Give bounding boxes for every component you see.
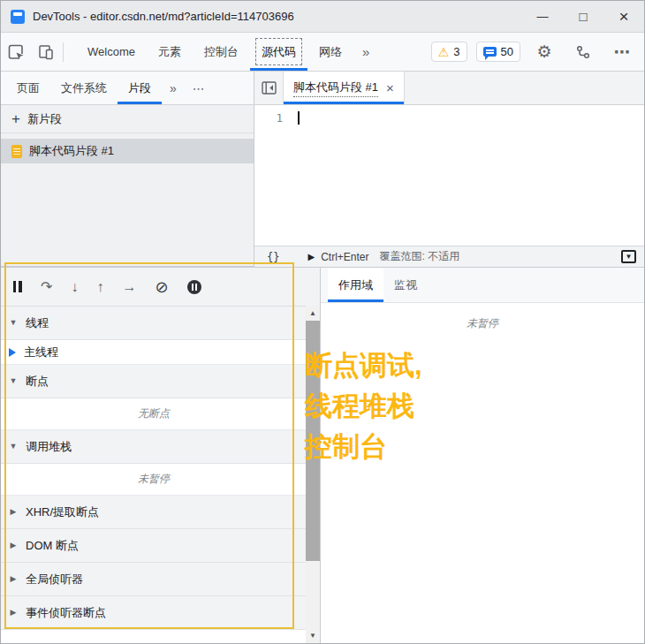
collapse-sidebar-icon[interactable]	[254, 72, 283, 104]
step-icon[interactable]: →	[122, 280, 136, 294]
snippet-list-item[interactable]: 脚本代码片段 #1	[1, 139, 254, 163]
overflow-menu-icon[interactable]: ⋯	[607, 44, 637, 60]
scroll-up-icon[interactable]: ▲	[306, 307, 320, 320]
more-nav-tabs-icon[interactable]: »	[162, 72, 185, 104]
scope-watch-tabs: 作用域 监视	[321, 268, 644, 303]
step-into-icon[interactable]: ↓	[71, 280, 78, 294]
main-thread-row[interactable]: 主线程	[1, 340, 307, 365]
snippet-file-icon	[11, 145, 22, 158]
expand-arrow-icon: ▶	[9, 508, 18, 516]
debugger-pane: ↷ ↓ ↑ → ⊘ ▼ 线程 主线程 ▼ 断点 无断点 ▼ 调用堆栈 未暂停 ▶…	[1, 267, 321, 643]
message-bubble-icon	[483, 47, 497, 57]
callstack-section-header[interactable]: ▼ 调用堆栈	[1, 430, 307, 464]
event-listener-breakpoints-section-header[interactable]: ▶ 事件侦听器断点	[1, 596, 307, 630]
deactivate-breakpoints-icon[interactable]: ⊘	[155, 279, 168, 295]
window-title: DevTools - editor.csdn.net/md?articleId=…	[33, 10, 294, 23]
toolbar-right: ⚠ 3 50 ⚙ ⋯	[431, 33, 644, 71]
step-over-icon[interactable]: ↷	[41, 280, 52, 294]
breakpoints-label: 断点	[26, 374, 49, 390]
connections-icon[interactable]	[568, 44, 598, 60]
expand-arrow-icon: ▶	[9, 609, 18, 617]
scrollbar-thumb[interactable]	[306, 321, 320, 561]
line-number-gutter: 1	[254, 105, 292, 246]
new-snippet-label: 新片段	[27, 111, 62, 127]
execution-arrow-icon	[9, 348, 16, 357]
pause-on-exceptions-icon[interactable]	[187, 280, 201, 294]
tab-close-icon[interactable]: ×	[386, 80, 394, 95]
tab-watch[interactable]: 监视	[383, 268, 428, 302]
main-thread-label: 主线程	[24, 345, 58, 360]
maximize-button[interactable]: □	[563, 1, 603, 32]
window-controls: — □ ×	[522, 1, 644, 32]
event-listener-breakpoints-label: 事件侦听器断点	[26, 605, 106, 621]
collapse-arrow-icon: ▼	[9, 319, 18, 327]
tab-snippets[interactable]: 片段	[118, 72, 162, 104]
line-number: 1	[276, 111, 283, 125]
threads-section-header[interactable]: ▼ 线程	[1, 307, 307, 340]
tab-filesystem[interactable]: 文件系统	[50, 72, 118, 104]
tab-console[interactable]: 控制台	[193, 33, 250, 71]
inspect-icon[interactable]	[1, 33, 31, 71]
devtools-app-icon	[11, 10, 25, 24]
run-shortcut-label: Ctrl+Enter	[321, 251, 368, 263]
collapse-arrow-icon: ▼	[9, 443, 18, 451]
scroll-down-icon[interactable]: ▼	[306, 629, 320, 642]
global-listeners-section-header[interactable]: ▶ 全局侦听器	[1, 563, 307, 596]
warning-icon: ⚠	[438, 46, 450, 58]
warning-count: 3	[453, 45, 459, 58]
devtools-window: DevTools - editor.csdn.net/md?articleId=…	[0, 0, 645, 644]
collapse-arrow-icon: ▼	[9, 377, 18, 385]
tab-scope[interactable]: 作用域	[328, 268, 383, 302]
breakpoints-section-header[interactable]: ▼ 断点	[1, 365, 307, 398]
threads-label: 线程	[26, 315, 49, 331]
tab-network[interactable]: 网络	[307, 33, 353, 71]
tab-elements[interactable]: 元素	[147, 33, 193, 71]
debugger-toolbar: ↷ ↓ ↑ → ⊘	[1, 268, 320, 307]
expand-arrow-icon: ▶	[9, 542, 18, 549]
scope-watch-pane: 作用域 监视 未暂停	[321, 267, 644, 643]
minimize-button[interactable]: —	[522, 1, 563, 32]
snippet-name: 脚本代码片段 #1	[29, 143, 114, 159]
vertical-scrollbar[interactable]: ▲ ▼	[306, 306, 320, 643]
tab-welcome[interactable]: Welcome	[76, 33, 147, 71]
drawer-toggle-icon[interactable]: ▼	[621, 250, 636, 263]
callstack-label: 调用堆栈	[26, 439, 72, 455]
run-snippet-button[interactable]: ▶ Ctrl+Enter	[307, 251, 368, 263]
snippets-pane: + 新片段 脚本代码片段 #1	[1, 105, 254, 267]
code-editor[interactable]: 1	[254, 105, 644, 246]
editor-tabstrip: 脚本代码片段 #1 ×	[254, 72, 644, 105]
expand-arrow-icon: ▶	[9, 575, 18, 583]
dom-breakpoints-section-header[interactable]: ▶ DOM 断点	[1, 529, 307, 563]
devtools-toolbar: Welcome 元素 控制台 源代码 网络 » ⚠ 3 50 ⚙	[1, 33, 644, 72]
plus-icon: +	[11, 111, 20, 126]
no-breakpoints-message: 无断点	[1, 398, 307, 430]
new-snippet-button[interactable]: + 新片段	[1, 105, 254, 133]
tab-page[interactable]: 页面	[6, 72, 50, 104]
xhr-breakpoints-section-header[interactable]: ▶ XHR/提取断点	[1, 496, 307, 529]
editor-statusbar: {} ▶ Ctrl+Enter 覆盖范围: 不适用 ▼	[254, 246, 644, 267]
xhr-breakpoints-label: XHR/提取断点	[26, 504, 99, 520]
tab-sources[interactable]: 源代码	[250, 33, 307, 71]
device-toolbar-icon[interactable]	[31, 33, 61, 71]
coverage-status: 覆盖范围: 不适用	[380, 249, 460, 264]
step-out-icon[interactable]: ↑	[96, 280, 103, 294]
sources-nav-tabs: 页面 文件系统 片段 » ⋯	[1, 72, 254, 105]
text-cursor	[298, 111, 300, 125]
dom-breakpoints-label: DOM 断点	[26, 538, 79, 554]
console-messages-badge[interactable]: 50	[476, 42, 520, 62]
editor-tab-title: 脚本代码片段 #1	[293, 80, 378, 97]
titlebar: DevTools - editor.csdn.net/md?articleId=…	[1, 1, 644, 33]
message-count: 50	[501, 45, 513, 58]
close-button[interactable]: ×	[603, 1, 644, 32]
editor-tab-snippet[interactable]: 脚本代码片段 #1 ×	[283, 72, 405, 104]
settings-gear-icon[interactable]: ⚙	[529, 43, 559, 60]
pretty-print-button[interactable]: {}	[262, 251, 285, 263]
run-icon: ▶	[307, 252, 315, 261]
pause-icon[interactable]	[13, 281, 22, 292]
scope-empty-message: 未暂停	[321, 316, 644, 331]
global-listeners-label: 全局侦听器	[26, 572, 83, 587]
nav-overflow-icon[interactable]: ⋯	[185, 72, 213, 104]
warnings-badge[interactable]: ⚠ 3	[431, 42, 467, 62]
toolbar-divider	[63, 42, 64, 62]
more-panels-icon[interactable]: »	[353, 33, 378, 71]
